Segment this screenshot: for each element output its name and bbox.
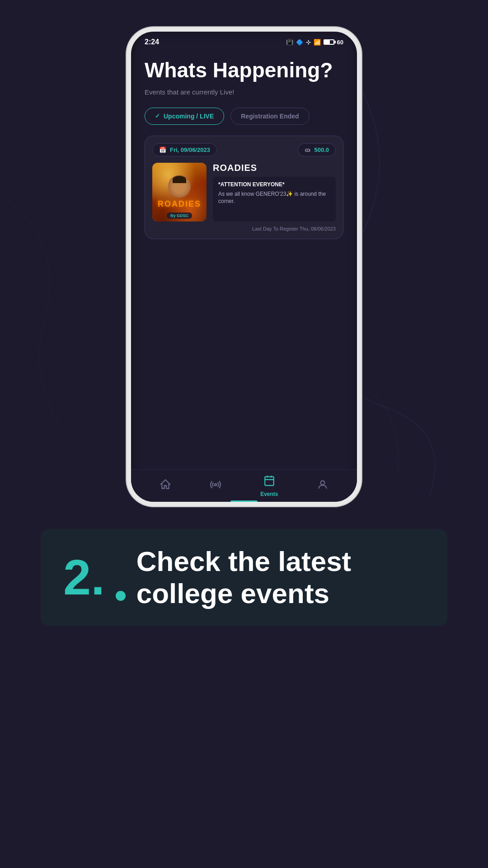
promo-dot <box>116 591 126 601</box>
date-badge: 📅 Fri, 09/06/2023 <box>152 143 217 156</box>
vibrate-icon: 📳 <box>286 39 293 46</box>
event-description: As we all know GENERO'23✨ is around the … <box>218 190 330 206</box>
profile-icon <box>317 479 328 493</box>
event-info: ROADIES *ATTENTION EVERYONE* As we all k… <box>213 163 336 222</box>
tab-registration-ended[interactable]: Registration Ended <box>230 108 309 125</box>
home-icon <box>160 479 171 493</box>
event-footer: Last Day To Register Thu, 08/06/2023 <box>152 226 336 231</box>
tab-row: ✓ Upcoming / LIVE Registration Ended <box>145 108 343 125</box>
event-date: Fri, 09/06/2023 <box>170 146 210 153</box>
organizer-label: By GDSC <box>167 212 192 219</box>
event-card[interactable]: 📅 Fri, 09/06/2023 🎟 500.0 ROADIES <box>145 136 343 239</box>
status-time: 2:24 <box>145 38 159 46</box>
nav-item-events[interactable]: Events <box>260 475 278 497</box>
battery-icon <box>324 39 334 45</box>
phone-frame: 2:24 📳 🔷 ⊹ 📶 60 Whats Happening? Events … <box>127 27 361 506</box>
page-subtitle: Events that are currently Live! <box>145 88 343 96</box>
status-icons: 📳 🔷 ⊹ 📶 60 <box>286 39 343 46</box>
calendar-icon: 📅 <box>159 146 166 153</box>
svg-point-6 <box>321 481 325 485</box>
tab-upcoming-label: Upcoming / LIVE <box>164 113 214 120</box>
signal-icon: 📶 <box>314 39 321 46</box>
poster-title: ROADIES <box>158 199 201 209</box>
event-card-header: 📅 Fri, 09/06/2023 🎟 500.0 <box>152 143 336 156</box>
bottom-nav: Events <box>131 469 357 502</box>
checkmark-icon: ✓ <box>155 113 160 119</box>
event-name: ROADIES <box>213 163 336 173</box>
nav-active-indicator <box>230 500 258 502</box>
events-nav-label: Events <box>260 491 278 497</box>
event-description-box: *ATTENTION EVERYONE* As we all know GENE… <box>213 177 336 222</box>
ticket-count: 500.0 <box>314 146 329 153</box>
svg-point-1 <box>215 483 216 485</box>
event-body: ROADIES By GDSC ROADIES *ATTENTION EVERY… <box>152 163 336 222</box>
tab-ended-label: Registration Ended <box>241 113 299 120</box>
ticket-icon: 🎟 <box>305 146 310 153</box>
nav-item-profile[interactable] <box>317 479 328 493</box>
battery-percent: 60 <box>337 39 343 46</box>
bluetooth-icon: 🔷 <box>296 39 303 46</box>
event-attention: *ATTENTION EVERYONE* <box>218 181 330 188</box>
main-content: Whats Happening? Events that are current… <box>131 50 357 469</box>
ticket-badge: 🎟 500.0 <box>298 143 336 156</box>
svg-rect-2 <box>265 476 274 486</box>
status-bar: 2:24 📳 🔷 ⊹ 📶 60 <box>131 32 357 50</box>
last-day-text: Last Day To Register Thu, 08/06/2023 <box>252 226 336 231</box>
nav-item-broadcast[interactable] <box>210 479 221 493</box>
promo-line1: Check the latest <box>136 546 352 577</box>
event-image-wrapper: ROADIES By GDSC <box>152 163 206 222</box>
poster-face-graphic <box>168 175 191 198</box>
events-icon <box>263 475 275 489</box>
wifi-icon: ⊹ <box>306 39 311 46</box>
promo-section: 2. Check the latest college events <box>41 529 447 626</box>
broadcast-icon <box>210 479 221 493</box>
promo-line2: college events <box>136 578 329 609</box>
promo-text: Check the latest college events <box>136 545 352 610</box>
promo-number: 2. <box>63 552 105 602</box>
nav-item-home[interactable] <box>160 479 171 493</box>
tab-upcoming-live[interactable]: ✓ Upcoming / LIVE <box>145 108 224 125</box>
page-title: Whats Happening? <box>145 59 343 82</box>
